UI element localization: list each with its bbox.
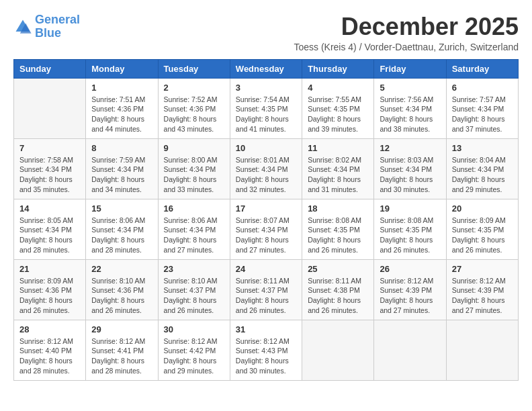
calendar-cell: 27Sunrise: 8:12 AMSunset: 4:39 PMDayligh… [446, 259, 518, 320]
day-info: Sunrise: 8:07 AMSunset: 4:34 PMDaylight:… [236, 216, 296, 255]
day-info: Sunrise: 7:56 AMSunset: 4:34 PMDaylight:… [380, 95, 440, 134]
calendar-cell: 17Sunrise: 8:07 AMSunset: 4:34 PMDayligh… [230, 199, 302, 259]
day-info: Sunrise: 8:12 AMSunset: 4:40 PMDaylight:… [19, 336, 80, 376]
calendar-cell: 5Sunrise: 7:56 AMSunset: 4:34 PMDaylight… [374, 78, 446, 138]
calendar-cell: 28Sunrise: 8:12 AMSunset: 4:40 PMDayligh… [14, 320, 86, 380]
day-number: 26 [380, 264, 440, 274]
day-number: 9 [164, 143, 224, 153]
day-info: Sunrise: 8:06 AMSunset: 4:34 PMDaylight:… [164, 216, 224, 255]
calendar-cell: 1Sunrise: 7:51 AMSunset: 4:36 PMDaylight… [86, 78, 158, 138]
month-title: December 2025 [294, 13, 519, 40]
calendar-cell: 8Sunrise: 7:59 AMSunset: 4:34 PMDaylight… [86, 138, 158, 199]
day-info: Sunrise: 8:06 AMSunset: 4:34 PMDaylight:… [91, 216, 152, 255]
day-info: Sunrise: 8:09 AMSunset: 4:36 PMDaylight:… [19, 276, 80, 316]
day-number: 19 [380, 203, 440, 214]
day-info: Sunrise: 8:02 AMSunset: 4:34 PMDaylight:… [308, 155, 368, 195]
calendar-cell: 29Sunrise: 8:12 AMSunset: 4:41 PMDayligh… [86, 320, 158, 380]
day-number: 30 [164, 324, 224, 334]
day-number: 3 [236, 83, 296, 93]
calendar-table: SundayMondayTuesdayWednesdayThursdayFrid… [13, 59, 519, 381]
calendar-cell: 23Sunrise: 8:10 AMSunset: 4:37 PMDayligh… [158, 259, 230, 320]
calendar-cell: 19Sunrise: 8:08 AMSunset: 4:35 PMDayligh… [374, 199, 446, 259]
day-info: Sunrise: 8:11 AMSunset: 4:38 PMDaylight:… [308, 276, 368, 316]
day-number: 6 [452, 83, 513, 93]
day-number: 12 [380, 143, 440, 153]
day-number: 14 [19, 203, 80, 214]
day-info: Sunrise: 8:03 AMSunset: 4:34 PMDaylight:… [380, 155, 440, 195]
calendar-week-4: 21Sunrise: 8:09 AMSunset: 4:36 PMDayligh… [14, 259, 519, 320]
calendar-week-1: 1Sunrise: 7:51 AMSunset: 4:36 PMDaylight… [14, 78, 519, 138]
page-header: General Blue December 2025 Toess (Kreis … [13, 13, 519, 52]
day-info: Sunrise: 7:59 AMSunset: 4:34 PMDaylight:… [91, 155, 152, 195]
day-number: 20 [452, 203, 513, 214]
day-number: 10 [236, 143, 296, 153]
logo-line1: General [35, 13, 80, 26]
header-tuesday: Tuesday [158, 59, 230, 78]
day-number: 16 [164, 203, 224, 214]
header-friday: Friday [374, 59, 446, 78]
day-number: 5 [380, 83, 440, 93]
calendar-cell: 15Sunrise: 8:06 AMSunset: 4:34 PMDayligh… [86, 199, 158, 259]
calendar-cell [302, 320, 374, 380]
day-info: Sunrise: 7:55 AMSunset: 4:35 PMDaylight:… [308, 95, 368, 134]
day-number: 29 [91, 324, 152, 334]
logo-line2: Blue [35, 26, 61, 40]
calendar-cell: 22Sunrise: 8:10 AMSunset: 4:36 PMDayligh… [86, 259, 158, 320]
day-info: Sunrise: 8:09 AMSunset: 4:35 PMDaylight:… [452, 216, 513, 255]
logo-text: General Blue [35, 13, 80, 40]
day-number: 22 [91, 264, 152, 274]
calendar-cell: 9Sunrise: 8:00 AMSunset: 4:34 PMDaylight… [158, 138, 230, 199]
day-number: 8 [91, 143, 152, 153]
calendar-cell: 6Sunrise: 7:57 AMSunset: 4:34 PMDaylight… [446, 78, 518, 138]
day-info: Sunrise: 8:12 AMSunset: 4:39 PMDaylight:… [452, 276, 513, 316]
location-subtitle: Toess (Kreis 4) / Vorder-Daettnau, Zuric… [294, 42, 519, 52]
calendar-cell: 12Sunrise: 8:03 AMSunset: 4:34 PMDayligh… [374, 138, 446, 199]
day-number: 13 [452, 143, 513, 153]
calendar-cell: 4Sunrise: 7:55 AMSunset: 4:35 PMDaylight… [302, 78, 374, 138]
day-info: Sunrise: 8:10 AMSunset: 4:36 PMDaylight:… [91, 276, 152, 316]
header-saturday: Saturday [446, 59, 518, 78]
calendar-cell: 11Sunrise: 8:02 AMSunset: 4:34 PMDayligh… [302, 138, 374, 199]
day-number: 1 [91, 83, 152, 93]
day-number: 23 [164, 264, 224, 274]
day-number: 17 [236, 203, 296, 214]
logo-icon [13, 17, 32, 36]
calendar-cell [14, 78, 86, 138]
calendar-cell [374, 320, 446, 380]
calendar-header-row: SundayMondayTuesdayWednesdayThursdayFrid… [14, 59, 519, 78]
day-info: Sunrise: 8:12 AMSunset: 4:41 PMDaylight:… [91, 336, 152, 376]
day-info: Sunrise: 8:01 AMSunset: 4:34 PMDaylight:… [236, 155, 296, 195]
day-number: 28 [19, 324, 80, 334]
day-info: Sunrise: 8:04 AMSunset: 4:34 PMDaylight:… [452, 155, 513, 195]
day-number: 18 [308, 203, 368, 214]
day-info: Sunrise: 8:08 AMSunset: 4:35 PMDaylight:… [380, 216, 440, 255]
calendar-cell: 10Sunrise: 8:01 AMSunset: 4:34 PMDayligh… [230, 138, 302, 199]
day-info: Sunrise: 8:08 AMSunset: 4:35 PMDaylight:… [308, 216, 368, 255]
header-thursday: Thursday [302, 59, 374, 78]
day-info: Sunrise: 8:12 AMSunset: 4:39 PMDaylight:… [380, 276, 440, 316]
calendar-cell: 25Sunrise: 8:11 AMSunset: 4:38 PMDayligh… [302, 259, 374, 320]
day-info: Sunrise: 8:12 AMSunset: 4:42 PMDaylight:… [164, 336, 224, 376]
day-number: 11 [308, 143, 368, 153]
day-info: Sunrise: 7:51 AMSunset: 4:36 PMDaylight:… [91, 95, 152, 134]
day-number: 7 [19, 143, 80, 153]
calendar-cell: 31Sunrise: 8:12 AMSunset: 4:43 PMDayligh… [230, 320, 302, 380]
day-number: 25 [308, 264, 368, 274]
calendar-cell: 26Sunrise: 8:12 AMSunset: 4:39 PMDayligh… [374, 259, 446, 320]
day-number: 2 [164, 83, 224, 93]
logo: General Blue [13, 13, 80, 40]
day-info: Sunrise: 8:05 AMSunset: 4:34 PMDaylight:… [19, 216, 80, 255]
day-number: 27 [452, 264, 513, 274]
calendar-cell: 21Sunrise: 8:09 AMSunset: 4:36 PMDayligh… [14, 259, 86, 320]
day-info: Sunrise: 8:11 AMSunset: 4:37 PMDaylight:… [236, 276, 296, 316]
calendar-week-5: 28Sunrise: 8:12 AMSunset: 4:40 PMDayligh… [14, 320, 519, 380]
header-sunday: Sunday [14, 59, 86, 78]
calendar-cell: 18Sunrise: 8:08 AMSunset: 4:35 PMDayligh… [302, 199, 374, 259]
day-number: 4 [308, 83, 368, 93]
day-info: Sunrise: 7:52 AMSunset: 4:36 PMDaylight:… [164, 95, 224, 134]
calendar-cell [446, 320, 518, 380]
calendar-week-3: 14Sunrise: 8:05 AMSunset: 4:34 PMDayligh… [14, 199, 519, 259]
day-info: Sunrise: 8:10 AMSunset: 4:37 PMDaylight:… [164, 276, 224, 316]
day-info: Sunrise: 8:12 AMSunset: 4:43 PMDaylight:… [236, 336, 296, 376]
calendar-cell: 30Sunrise: 8:12 AMSunset: 4:42 PMDayligh… [158, 320, 230, 380]
